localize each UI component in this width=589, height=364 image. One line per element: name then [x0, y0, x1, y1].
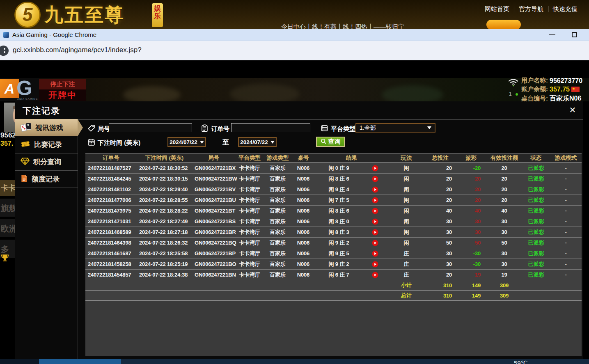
window-title: Asia Gaming - Google Chrome	[12, 31, 96, 38]
cell-video	[362, 195, 388, 205]
table-empty-area	[85, 301, 582, 356]
table-row: 240722181477006 2024-07-22 18:28:55 GN00…	[85, 195, 582, 206]
link-official-nav[interactable]: 官方导航	[519, 5, 543, 13]
cell-video	[362, 270, 388, 280]
bet-records-dialog: 下注记录 ✕ 视讯游戏 比赛记录	[15, 101, 583, 359]
search-button[interactable]: 查询	[316, 137, 345, 147]
cell-order: 240722181458258	[85, 259, 137, 269]
cell-game-type: 百家乐	[264, 174, 291, 184]
table-subtotal-row: 小计 310 149 309	[85, 280, 582, 291]
dialog-sidebar: 视讯游戏 比赛记录 积分查询	[15, 119, 78, 359]
tab-video-games[interactable]: 视讯游戏	[15, 119, 78, 136]
link-quick-recharge[interactable]: 快速充值	[553, 5, 578, 13]
table-row: 240722181471031 2024-07-22 18:27:49 GN00…	[85, 216, 582, 227]
cell-payout: -30	[456, 259, 486, 269]
round-number-input[interactable]	[109, 123, 192, 132]
cell-order: 240722181477006	[85, 195, 137, 205]
link-home[interactable]: 网站首页	[485, 5, 509, 13]
header-play: 玩法	[388, 153, 425, 163]
header-table-no: 桌号	[291, 153, 315, 163]
date-to-picker[interactable]: 2024/07/22	[238, 137, 277, 147]
cell-status: 已派彩	[522, 163, 550, 173]
total-label: 总计	[388, 291, 425, 300]
cell-total-bet: 20	[425, 270, 456, 280]
table-row: 240722181473975 2024-07-22 18:28:22 GN00…	[85, 206, 582, 216]
cell-valid-bet: 20	[486, 195, 522, 205]
cell-valid-bet: 30	[486, 248, 522, 259]
dialog-title: 下注记录	[23, 105, 60, 117]
minimize-button[interactable]	[549, 34, 555, 35]
cell-game-mode: -	[550, 195, 582, 205]
user-name-label: 用户名称:	[521, 77, 548, 85]
play-video-button[interactable]	[372, 261, 378, 268]
order-number-input[interactable]	[231, 123, 310, 132]
url-text[interactable]: gci.xxinbb.com/agingame/pcv1/index.jsp?	[13, 46, 142, 54]
cell-platform: 卡卡湾厅	[235, 227, 264, 237]
chevron-down-icon	[200, 141, 204, 144]
cell-game-type: 百家乐	[264, 270, 291, 280]
cell-order: 240722181454857	[85, 270, 137, 280]
close-icon[interactable]: ✕	[568, 105, 578, 115]
play-video-button[interactable]	[372, 165, 378, 172]
chevron-down-icon	[270, 141, 275, 144]
cell-platform: 卡卡湾厅	[235, 206, 264, 216]
cell-platform: 卡卡湾厅	[235, 195, 264, 205]
cell-payout: 19	[456, 270, 486, 280]
date-from-value: 2024/07/22	[170, 139, 197, 145]
cell-platform: 卡卡湾厅	[235, 248, 264, 259]
platform-type-select[interactable]: 1.全部	[355, 123, 435, 133]
tab-points-query[interactable]: 积分查询	[15, 153, 78, 171]
site-marquee: 今日中心上线！有燕上线！四热上——转归宁	[281, 23, 404, 29]
play-video-button[interactable]	[372, 197, 378, 204]
play-video-button[interactable]	[372, 176, 378, 182]
cell-game-type: 百家乐	[264, 216, 291, 227]
table-row: 240722181461687 2024-07-22 18:25:58 GN00…	[85, 248, 582, 259]
cell-status: 已派彩	[522, 216, 550, 227]
subtotal-payout: 149	[456, 280, 486, 290]
url-bar[interactable]: gci.xxinbb.com/agingame/pcv1/index.jsp?	[0, 41, 589, 60]
cell-status: 已派彩	[522, 184, 550, 195]
window-titlebar: Asia Gaming - Google Chrome	[0, 29, 589, 41]
tab-match-records[interactable]: 比赛记录	[15, 136, 78, 153]
maximize-button[interactable]	[572, 32, 577, 37]
bet-records-table: 订单号 下注时间 (美东) 局号 平台类型 游戏类型 桌号 结果 玩法 总投注 …	[85, 153, 582, 301]
cell-round: GN006247221BV	[192, 184, 235, 195]
cell-result: 闲 0 庄 9	[315, 163, 362, 173]
play-video-button[interactable]	[372, 208, 378, 214]
cell-result: 闲 9 庄 5	[315, 248, 362, 259]
cell-payout: -30	[456, 248, 486, 259]
total-valid: 309	[486, 291, 522, 300]
header-game-type: 游戏类型	[264, 153, 291, 163]
cell-game-mode: -	[550, 184, 582, 195]
date-to-value: 2024/07/22	[240, 139, 268, 145]
user-id-fragment: 9562	[0, 131, 16, 140]
subtotal-valid: 309	[486, 280, 522, 290]
play-video-button[interactable]	[372, 250, 378, 257]
playing-cards-icon	[21, 123, 32, 133]
cell-table-no: N006	[291, 227, 315, 237]
play-video-button[interactable]	[372, 272, 378, 278]
game-status-banner: 停止下注 开牌中	[39, 79, 86, 101]
play-video-button[interactable]	[372, 240, 378, 246]
cell-round: GN006247221BR	[192, 227, 235, 237]
play-video-button[interactable]	[372, 186, 378, 193]
link-separator	[514, 6, 514, 12]
site-orange-button[interactable]	[486, 20, 521, 29]
cell-total-bet: 20	[425, 163, 456, 173]
cell-payout: -20	[456, 163, 486, 173]
date-from-picker[interactable]: 2024/07/22	[167, 137, 206, 147]
cell-order: 240722181473975	[85, 206, 137, 216]
table-row: 240722181487527 2024-07-22 18:30:52 GN00…	[85, 163, 582, 174]
gem-icon	[21, 157, 30, 167]
green-dot	[516, 93, 518, 96]
taskbar: 59℃	[0, 359, 589, 364]
cell-order: 240722181484245	[85, 174, 137, 184]
tab-quota-records[interactable]: 额度记录	[15, 171, 78, 188]
play-video-button[interactable]	[372, 218, 378, 225]
cell-platform: 卡卡湾厅	[235, 270, 264, 280]
cell-total-bet: 30	[425, 216, 456, 227]
cell-payout: 30	[456, 216, 486, 227]
cell-game-mode: -	[550, 163, 582, 173]
play-video-button[interactable]	[372, 229, 378, 236]
cell-play: 庄	[388, 270, 425, 280]
